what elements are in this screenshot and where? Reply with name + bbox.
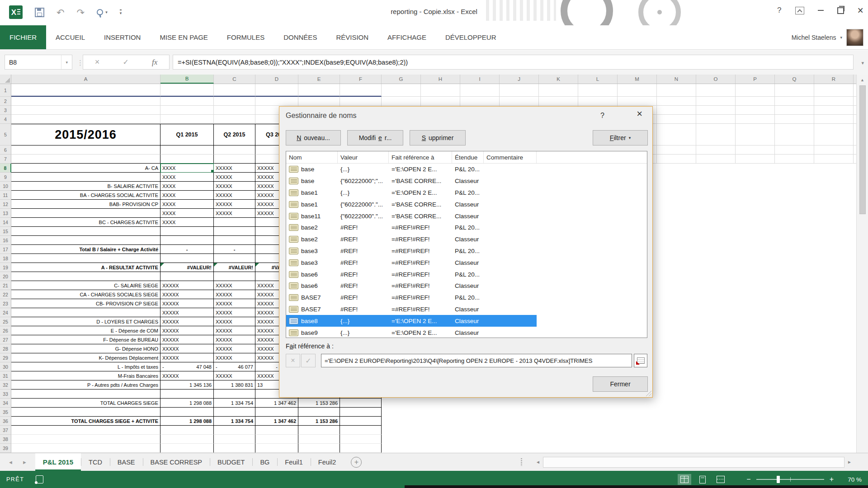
cell-A23[interactable]: CB- PROVISION CP SIEGE [11,299,160,308]
cell-C6[interactable] [214,145,255,155]
cell-B17[interactable]: - [160,245,214,254]
cell-A1[interactable] [11,84,160,97]
cell-D35[interactable] [255,408,298,417]
cell-B38[interactable] [160,435,214,444]
row-header-33[interactable]: 33 [0,389,11,399]
row-header-18[interactable]: 18 [0,254,11,263]
name-entry-base[interactable]: base{"60222000";"...='BASE CORRE...Class… [286,175,537,187]
cell-B6[interactable] [160,145,214,155]
row-header-15[interactable]: 15 [0,227,11,236]
cell-B19[interactable]: #VALEUR! [160,263,214,272]
row-header-37[interactable]: 37 [0,426,11,435]
edit-name-button[interactable]: Modifier... [347,130,403,145]
collapse-dialog-button[interactable] [634,354,647,367]
empty-cells[interactable] [382,84,856,97]
row-header-13[interactable]: 13 [0,209,11,218]
cell-C23[interactable]: XXXXX [214,299,255,308]
vertical-scrollbar[interactable]: ▲ ▼ [856,75,868,471]
expand-formula-bar-icon[interactable]: ▾ [861,60,864,66]
select-all-corner[interactable] [0,75,11,84]
list-column-header-1[interactable]: Nom [286,151,338,163]
new-sheet-icon[interactable]: + [351,457,362,468]
cell-B1[interactable] [160,84,214,97]
cell-A12[interactable]: BAB- PROVISION CP [11,200,160,209]
cell-A13[interactable] [11,209,160,218]
user-account[interactable]: Michel Staelens ▾ [792,25,863,50]
cell-D2[interactable] [255,97,298,106]
row-header-34[interactable]: 34 [0,399,11,408]
name-entry-base[interactable]: base{...}='E:\OPEN 2 E...P&L 20... [286,164,537,175]
cell-B36[interactable]: 1 298 088 [160,417,214,426]
cell-F38[interactable] [340,435,382,444]
cell-C37[interactable] [214,426,255,435]
cell-B9[interactable]: XXXX [160,173,214,182]
cancel-reference-icon[interactable]: × [286,354,300,367]
cell-D1[interactable] [255,84,298,97]
name-entry-base3[interactable]: base3#REF!=#REF!#REF!Classeur [286,257,537,268]
ribbon-tab-développeur[interactable]: DÉVELOPPEUR [436,25,506,49]
cell-B12[interactable]: XXXX [160,200,214,209]
cell-E36[interactable]: 1 153 286 [298,417,340,426]
cell-C9[interactable]: XXXXX [214,173,255,182]
row-header-20[interactable]: 20 [0,272,11,281]
column-header-K[interactable]: K [539,75,578,84]
macro-record-icon[interactable] [36,475,43,483]
cell-C7[interactable] [214,155,255,164]
cell-E39[interactable] [298,444,340,453]
vertical-scrollbar-thumb[interactable] [859,85,866,214]
row-header-7[interactable]: 7 [0,155,11,164]
cell-C26[interactable]: XXXXX [214,326,255,335]
row-header-8[interactable]: 8 [0,164,11,173]
cell-C1[interactable] [214,84,255,97]
cell-C15[interactable] [214,227,255,236]
sheet-tab-base-corresp[interactable]: BASE CORRESP [143,453,210,471]
row-header-11[interactable]: 11 [0,191,11,200]
cell-C22[interactable]: XXXXX [214,290,255,299]
cell-A21[interactable]: C- SALAIRE SIEGE [11,281,160,290]
cell-A26[interactable]: E - Dépense de COM [11,326,160,335]
cell-A4[interactable] [11,115,160,124]
cell-D39[interactable] [255,444,298,453]
row-header-19[interactable]: 19 [0,263,11,272]
row-header-29[interactable]: 29 [0,353,11,362]
cell-C14[interactable] [214,218,255,227]
cell-A37[interactable] [11,426,160,435]
cell-E34[interactable]: 1 153 286 [298,399,340,408]
cell-F36[interactable] [340,417,382,426]
zoom-level[interactable]: 70 % [841,476,862,483]
horizontal-scrollbar-thumb[interactable] [543,457,844,468]
cell-A18[interactable] [11,254,160,263]
cell-A11[interactable]: BA - CHARGES SOCIAL ACTIVITE [11,191,160,200]
cell-B39[interactable] [160,444,214,453]
cell-C36[interactable]: 1 334 754 [214,417,255,426]
sheet-tab-budget[interactable]: BUDGET [210,453,252,471]
cell-B16[interactable] [160,236,214,245]
name-entry-base2[interactable]: base2#REF!=#REF!#REF!P&L 20... [286,222,537,234]
horizontal-scrollbar[interactable]: ◄ ► [531,453,856,471]
ribbon-display-options-icon[interactable] [795,7,804,14]
name-entry-BASE7[interactable]: BASE7#REF!=#REF!#REF!P&L 20... [286,292,537,304]
cell-A35[interactable] [11,408,160,417]
cell-B37[interactable] [160,426,214,435]
avatar[interactable] [846,29,863,46]
sheet-tab-bg[interactable]: BG [252,453,277,471]
cell-B10[interactable]: XXXX [160,182,214,191]
cell-C32[interactable]: 1 380 831 [214,380,255,389]
empty-cells[interactable] [382,444,856,453]
sheet-tab-p-l-2015[interactable]: P&L 2015 [35,453,81,471]
formula-input[interactable]: =+SI(ESTNA(EQUIV(A8;base8;0));"XXXX";IND… [173,55,854,70]
cell-C25[interactable]: XXXXX [214,317,255,326]
cell-A6[interactable] [11,145,160,155]
cell-A5[interactable]: 2015/2016 [11,124,160,145]
close-icon[interactable]: × [858,5,863,16]
cell-A32[interactable]: P - Autres pdts / Autres Charges [11,380,160,389]
cell-A27[interactable]: F- Dépense de BUREAU [11,335,160,344]
cell-C39[interactable] [214,444,255,453]
sheet-tab-tcd[interactable]: TCD [81,453,110,471]
cell-F2[interactable] [340,97,382,106]
column-header-N[interactable]: N [657,75,696,84]
cell-A19[interactable]: A - RESULTAT ACTIVITE [11,263,160,272]
cell-B7[interactable] [160,155,214,164]
cell-A8[interactable]: A- CA [11,164,160,173]
new-name-button[interactable]: Nouveau... [286,130,341,145]
